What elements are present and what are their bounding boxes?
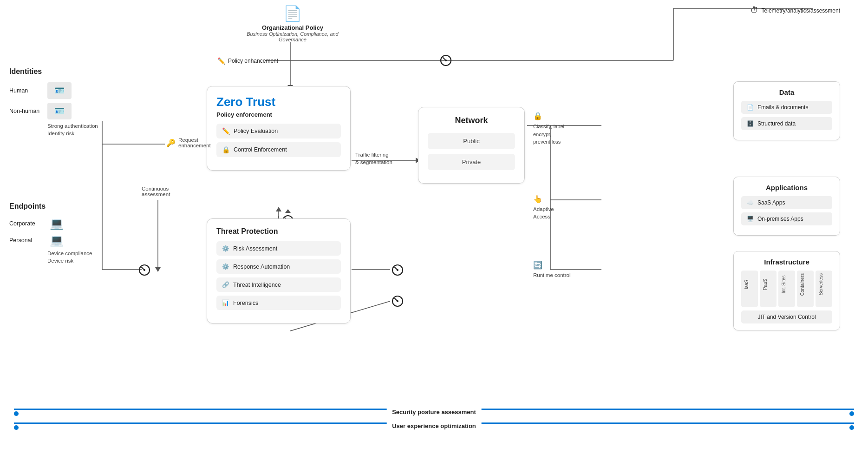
policy-eval-label: Policy Evaluation [234, 128, 278, 134]
policy-eval-icon: ✏️ [222, 127, 230, 135]
response-label: Response Automation [233, 264, 290, 270]
network-public: Public [428, 133, 515, 149]
svg-point-35 [397, 300, 398, 302]
gauge-bottom-left [138, 264, 150, 277]
control-enforcement-item: 🔒 Control Enforcement [216, 142, 341, 157]
forensics-icon: 📊 [222, 299, 229, 306]
data-title: Data [741, 88, 832, 96]
infra-paas: PaaS [760, 271, 777, 307]
emails-icon: 📄 [747, 104, 754, 111]
adaptive-access-label: 👆 Adaptive Access [533, 194, 554, 221]
org-policy: 📄 Organizational Policy Business Optimiz… [246, 5, 339, 42]
gauge-policy [440, 54, 452, 68]
forensics-item: 📊 Forensics [216, 296, 341, 310]
structured-label: Structured data [757, 120, 796, 127]
identity-nonhuman-row: Non-human 🪪 [9, 103, 98, 119]
policy-evaluation-item: ✏️ Policy Evaluation [216, 124, 341, 139]
infrastructure-box: Infrastructure IaaS PaaS Int. Sites Cont… [733, 251, 840, 330]
saas-label: SaaS Apps [757, 199, 785, 206]
identity-risk-label: Identity risk [47, 131, 98, 136]
emails-label: Emails & documents [757, 104, 808, 111]
identity-nonhuman-label: Non-human [9, 108, 43, 114]
policy-enhancement-text: Policy enhancement [228, 58, 278, 64]
classify-label: 🔒 Classify, label,encrypt,prevent loss [533, 111, 566, 146]
telemetry-icon: ⏱ [751, 6, 759, 15]
data-box: Data 📄 Emails & documents 🗄️ Structured … [733, 81, 840, 140]
device-compliance-label: Device compliance [47, 251, 92, 256]
runtime-icon: 🔄 [533, 260, 571, 271]
endpoint-corporate-row: Corporate 💻 [9, 217, 92, 230]
zero-trust-title: Zero Trust [216, 95, 341, 109]
user-exp-dot-right [849, 425, 854, 430]
saas-icon: ☁️ [747, 199, 754, 206]
continuous-assessment-label: Continuousassessment [142, 186, 170, 197]
structured-data-item: 🗄️ Structured data [741, 117, 832, 130]
user-exp-bar-label: User experience optimization [386, 422, 482, 429]
emails-docs-item: 📄 Emails & documents [741, 101, 832, 114]
telemetry-text: Telemetry/analytics/assessment [762, 7, 840, 14]
risk-icon: ⚙️ [222, 245, 229, 252]
adaptive-icon: 👆 [533, 194, 554, 205]
security-bar-dot-left [14, 411, 19, 416]
risk-assessment-item: ⚙️ Risk Assessment [216, 241, 341, 256]
threat-title: Threat Protection [216, 227, 341, 236]
org-policy-title: Organizational Policy [246, 24, 339, 31]
threat-protection-box: Threat Protection ⚙️ Risk Assessment ⚙️ … [207, 218, 351, 323]
infra-title: Infrastructure [741, 258, 832, 266]
identity-nonhuman-icon: 🪪 [47, 103, 72, 119]
on-prem-apps-item: 🖥️ On-premises Apps [741, 212, 832, 225]
risk-label: Risk Assessment [233, 245, 277, 252]
control-enf-icon: 🔒 [222, 146, 230, 153]
infra-iaas: IaaS [741, 271, 758, 307]
identities-title: Identities [9, 67, 98, 76]
policy-enhancement-icon: ✏️ [217, 57, 225, 65]
gauge-bottom [392, 295, 404, 309]
user-exp-bar: User experience optimization [0, 422, 868, 433]
endpoint-personal-icon: 💻 [47, 234, 66, 247]
strong-auth-label: Strong authentication [47, 123, 98, 129]
svg-point-32 [397, 269, 398, 271]
telemetry-label: ⏱ Telemetry/analytics/assessment [751, 6, 840, 15]
applications-box: Applications ☁️ SaaS Apps 🖥️ On-premises… [733, 177, 840, 236]
infra-serverless: Serverless [816, 271, 832, 307]
arrow-up-zt [285, 209, 291, 213]
endpoint-personal-row: Personal 💻 [9, 234, 92, 247]
zero-trust-box: Zero Trust Policy enforcement ✏️ Policy … [207, 86, 351, 171]
on-prem-icon: 🖥️ [747, 216, 754, 222]
endpoints-title: Endpoints [9, 202, 92, 211]
structured-icon: 🗄️ [747, 120, 754, 127]
identity-human-label: Human [9, 87, 43, 94]
threat-intel-label: Threat Intelligence [233, 282, 281, 288]
infra-columns: IaaS PaaS Int. Sites Containers Serverle… [741, 271, 832, 307]
svg-marker-7 [276, 207, 281, 211]
svg-point-38 [144, 269, 145, 271]
response-icon: ⚙️ [222, 263, 229, 270]
jit-item: JIT and Version Control [741, 310, 832, 323]
endpoints-section: Endpoints Corporate 💻 Personal 💻 Device … [9, 202, 92, 264]
policy-enhancement: ✏️ Policy enhancement [217, 57, 278, 65]
network-box: Network Public Private [418, 107, 525, 184]
network-title: Network [428, 116, 515, 125]
infra-int-sites: Int. Sites [778, 271, 795, 307]
identity-human-icon: 🪪 [47, 82, 72, 99]
security-bar-label: Security posture assessment [386, 409, 482, 416]
security-posture-bar: Security posture assessment [0, 409, 868, 419]
network-private: Private [428, 154, 515, 170]
control-enf-label: Control Enforcement [234, 146, 287, 153]
security-bar-dot-right [849, 411, 854, 416]
threat-intelligence-item: 🔗 Threat Intelligence [216, 277, 341, 292]
diagram-container: 📄 Organizational Policy Business Optimiz… [0, 0, 868, 462]
response-automation-item: ⚙️ Response Automation [216, 259, 341, 274]
apps-title: Applications [741, 184, 832, 191]
key-icon: 🔑 [166, 139, 176, 147]
zero-trust-subtitle: Policy enforcement [216, 111, 341, 118]
on-prem-label: On-premises Apps [757, 216, 803, 222]
device-risk-label: Device risk [47, 258, 92, 264]
org-policy-subtitle: Business Optimization, Compliance, and G… [246, 31, 339, 42]
forensics-label: Forensics [233, 300, 258, 306]
classify-icon: 🔒 [533, 111, 566, 122]
traffic-filtering-label: Traffic filtering & segmentation [355, 151, 392, 166]
endpoint-corporate-label: Corporate [9, 220, 43, 227]
org-policy-icon: 📄 [246, 5, 339, 22]
endpoint-personal-label: Personal [9, 237, 43, 244]
